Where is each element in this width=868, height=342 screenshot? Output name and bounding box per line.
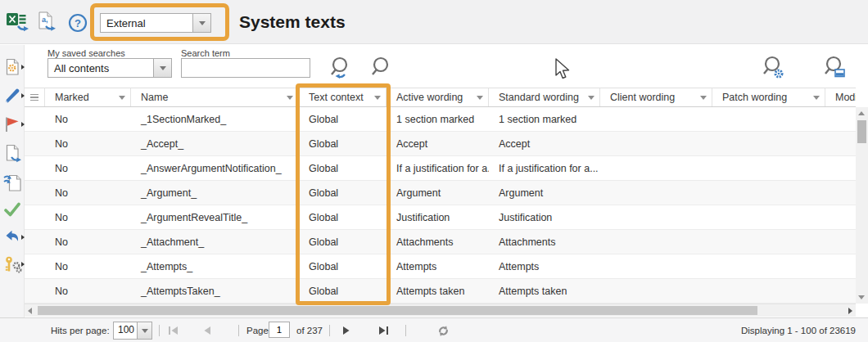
scroll-right-icon[interactable] — [848, 308, 852, 314]
search-settings-icon[interactable] — [760, 54, 788, 85]
dropdown-arrow-button[interactable] — [192, 14, 210, 32]
cell-marked: No — [45, 132, 131, 155]
cell-client-wording — [600, 279, 712, 303]
cell-active-wording: Attachments — [387, 230, 489, 254]
vertical-scroll-thumb[interactable] — [857, 120, 866, 143]
search-print-icon[interactable] — [821, 54, 849, 85]
filter-arrow-icon[interactable] — [477, 96, 483, 100]
column-header-text-context[interactable]: Text context — [299, 88, 387, 106]
cell-modified — [825, 156, 856, 180]
excel-export-icon[interactable] — [6, 11, 30, 37]
column-header-patch-wording[interactable]: Patch wording — [712, 88, 825, 106]
cell-name: _1SectionMarked_ — [131, 107, 299, 131]
cell-patch-wording — [712, 230, 825, 254]
dropdown-arrow-button[interactable] — [137, 322, 151, 339]
column-header-modified[interactable]: Modifi — [825, 88, 856, 106]
cell-modified — [825, 254, 856, 278]
mouse-cursor — [554, 58, 573, 84]
filter-arrow-icon[interactable] — [119, 96, 125, 100]
filter-arrow-icon[interactable] — [287, 96, 293, 100]
cell-marked: No — [45, 107, 131, 131]
table-row[interactable]: No _1SectionMarked_ Global 1 section mar… — [25, 107, 856, 132]
cell-patch-wording — [712, 156, 825, 180]
search-term-input[interactable] — [181, 58, 310, 78]
previous-page-button[interactable] — [203, 318, 211, 342]
chevron-down-icon — [199, 21, 206, 25]
column-header-standard-wording[interactable]: Standard wording — [489, 88, 600, 106]
page-title: System texts — [239, 12, 346, 32]
row-handle — [25, 107, 45, 131]
svg-text:a,: a, — [42, 16, 48, 24]
table-row[interactable]: No _AnswerArgumentNotification_ Global I… — [25, 156, 856, 181]
column-header-name[interactable]: Name — [131, 88, 299, 106]
permissions-key-icon[interactable] — [3, 255, 21, 273]
cell-modified — [825, 279, 856, 303]
column-header-active-wording[interactable]: Active wording — [387, 88, 489, 106]
text-export-icon[interactable]: a, — [36, 11, 59, 37]
page-number-input[interactable] — [269, 322, 290, 338]
table-row[interactable]: No _Argument_ Global Argument Argument — [25, 181, 856, 205]
cell-active-wording: Attempts — [387, 254, 489, 278]
horizontal-scrollbar[interactable] — [25, 304, 856, 317]
vertical-scrollbar[interactable] — [856, 107, 868, 304]
approve-check-icon[interactable] — [3, 200, 21, 218]
first-page-button[interactable] — [168, 318, 179, 342]
table-body: No _1SectionMarked_ Global 1 section mar… — [25, 107, 856, 304]
separator — [405, 325, 406, 336]
scroll-down-icon[interactable] — [858, 295, 865, 299]
help-icon[interactable]: ? — [68, 13, 88, 36]
column-label: Modifi — [835, 92, 856, 103]
column-label: Standard wording — [499, 92, 579, 103]
chevron-down-icon — [142, 329, 148, 333]
last-page-button[interactable] — [378, 318, 389, 342]
cell-active-wording: Accept — [387, 132, 489, 155]
table-header: Marked Name Text context Active wording … — [25, 88, 856, 107]
filter-arrow-icon[interactable] — [813, 96, 820, 100]
scroll-left-icon[interactable] — [28, 308, 32, 314]
cell-patch-wording — [712, 279, 825, 303]
cell-client-wording — [600, 205, 712, 229]
table-row[interactable]: No _Accept_ Global Accept Accept — [25, 132, 856, 156]
filter-arrow-icon[interactable] — [374, 96, 381, 100]
hits-per-page-label: Hits per page: — [51, 318, 110, 342]
dropdown-arrow-button[interactable] — [153, 59, 171, 77]
refresh-icon[interactable] — [437, 318, 450, 342]
saved-searches-dropdown[interactable]: All contents — [47, 58, 172, 78]
horizontal-scroll-thumb[interactable] — [38, 306, 757, 315]
cell-standard-wording: Justification — [489, 205, 600, 229]
separator — [159, 325, 160, 336]
filter-arrow-icon[interactable] — [588, 96, 594, 100]
scroll-up-icon[interactable] — [858, 111, 865, 115]
page-label: Page — [246, 318, 269, 342]
cell-name: _Accept_ — [131, 132, 299, 155]
table-row[interactable]: No _ArgumentRevealTitle_ Global Justific… — [25, 205, 856, 230]
hits-per-page-value: 100 — [114, 322, 137, 339]
flag-icon[interactable] — [3, 115, 21, 133]
cell-marked: No — [45, 181, 131, 205]
edit-pencil-icon[interactable] — [3, 87, 21, 105]
column-header-marked[interactable]: Marked — [45, 88, 131, 106]
hits-per-page-dropdown[interactable]: 100 — [113, 322, 152, 340]
column-menu-header[interactable] — [25, 88, 45, 106]
paste-page-icon[interactable] — [3, 173, 21, 191]
column-header-client-wording[interactable]: Client wording — [600, 88, 712, 106]
undo-icon[interactable] — [3, 228, 21, 246]
table-row[interactable]: No _AttemptsTaken_ Global Attempts taken… — [25, 279, 856, 304]
cell-active-wording: Justification — [387, 205, 489, 229]
cell-modified — [825, 132, 856, 155]
external-view-dropdown[interactable]: External — [100, 13, 211, 33]
cell-modified — [825, 230, 856, 254]
cell-patch-wording — [712, 132, 825, 155]
table-row[interactable]: No _Attempts_ Global Attempts Attempts — [25, 254, 856, 279]
table-row[interactable]: No _Attachment_ Global Attachments Attac… — [25, 230, 856, 254]
filter-arrow-icon[interactable] — [700, 96, 707, 100]
flyout-arrow-icon[interactable] — [21, 65, 25, 70]
page-settings-icon[interactable] — [3, 58, 21, 76]
next-page-button[interactable] — [342, 318, 350, 342]
row-handle — [25, 181, 45, 205]
cell-standard-wording: Attempts — [489, 254, 600, 278]
new-search-icon[interactable] — [328, 56, 352, 85]
copy-page-icon[interactable] — [3, 144, 21, 162]
displaying-status: Displaying 1 - 100 of 23619 — [741, 318, 856, 342]
search-icon[interactable] — [368, 56, 391, 83]
